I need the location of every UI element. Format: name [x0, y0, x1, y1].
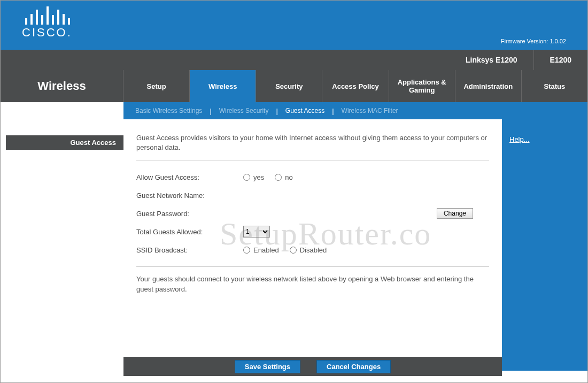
- row-allow-guest-access: Allow Guest Access: yes no: [136, 168, 489, 186]
- row-total-guests: Total Guests Allowed: 1: [136, 223, 489, 241]
- allow-no-label: no: [285, 173, 292, 181]
- model-bar: Linksys E1200 E1200: [1, 50, 587, 70]
- nav-security[interactable]: Security: [256, 70, 322, 102]
- change-button-wrap: Change: [329, 208, 489, 219]
- center-column: Guest Access provides visitors to your h…: [123, 119, 502, 371]
- right-column: Help...: [502, 119, 587, 371]
- subnav-wireless-security[interactable]: Wireless Security: [213, 107, 275, 114]
- help-link[interactable]: Help...: [509, 135, 530, 143]
- brand-text: CISCO.: [22, 26, 72, 40]
- app-window: CISCO. Firmware Version: 1.0.02 Linksys …: [0, 0, 588, 383]
- allow-guest-radio-group: yes no: [243, 173, 293, 181]
- ssid-enabled-label: Enabled: [253, 246, 279, 254]
- change-button[interactable]: Change: [437, 208, 473, 219]
- brand-logo: CISCO.: [22, 6, 72, 40]
- ssid-disabled-label: Disabled: [300, 246, 327, 254]
- total-guests-label: Total Guests Allowed:: [136, 228, 243, 236]
- ssid-enabled-radio[interactable]: [243, 247, 250, 254]
- ssid-broadcast-label: SSID Broadcast:: [136, 246, 243, 254]
- subnav-sep: |: [331, 107, 335, 115]
- allow-no-radio[interactable]: [275, 174, 282, 181]
- subnav-row: Basic Wireless Settings | Wireless Secur…: [1, 102, 587, 119]
- nav-status[interactable]: Status: [522, 70, 587, 102]
- allow-yes-option[interactable]: yes: [243, 173, 264, 181]
- subnav-sep: |: [275, 107, 278, 115]
- ssid-radio-group: Enabled Disabled: [243, 246, 327, 254]
- nav-applications-gaming[interactable]: Applications & Gaming: [389, 70, 455, 102]
- firmware-version: Firmware Version: 1.0.02: [501, 38, 577, 50]
- divider: [136, 266, 489, 267]
- nav-administration[interactable]: Administration: [455, 70, 522, 102]
- subnav-basic-wireless[interactable]: Basic Wireless Settings: [129, 107, 208, 114]
- nav-row: Wireless Setup Wireless Security Access …: [1, 70, 587, 102]
- row-guest-password: Guest Password: Change: [136, 204, 489, 223]
- section-label: Guest Access: [6, 135, 123, 150]
- subnav-spacer: [1, 102, 123, 119]
- total-guests-select[interactable]: 1: [243, 226, 270, 238]
- row-ssid-broadcast: SSID Broadcast: Enabled Disabled: [136, 241, 489, 259]
- divider: [136, 160, 489, 160]
- nav-wireless[interactable]: Wireless: [190, 70, 256, 102]
- allow-yes-radio[interactable]: [243, 174, 250, 181]
- row-guest-network-name: Guest Network Name:: [136, 186, 489, 204]
- header: CISCO. Firmware Version: 1.0.02: [1, 1, 587, 50]
- footer-bar: Save Settings Cancel Changes: [123, 357, 502, 376]
- nav-access-policy[interactable]: Access Policy: [322, 70, 389, 102]
- content-row: Guest Access Guest Access provides visit…: [1, 119, 587, 371]
- outro-text: Your guests should connect to your wirel…: [136, 274, 489, 294]
- allow-yes-label: yes: [253, 173, 264, 181]
- nav-setup[interactable]: Setup: [123, 70, 190, 102]
- main-nav: Setup Wireless Security Access Policy Ap…: [123, 70, 587, 102]
- subnav: Basic Wireless Settings | Wireless Secur…: [123, 102, 587, 119]
- subnav-sep: |: [208, 107, 212, 115]
- allow-guest-access-label: Allow Guest Access:: [136, 173, 243, 181]
- left-column: Guest Access: [1, 119, 123, 371]
- model-code: E1200: [533, 50, 587, 70]
- model-name: Linksys E1200: [450, 56, 533, 64]
- subnav-guest-access[interactable]: Guest Access: [279, 107, 331, 114]
- save-settings-button[interactable]: Save Settings: [235, 360, 300, 373]
- subnav-wireless-mac-filter[interactable]: Wireless MAC Filter: [335, 107, 405, 114]
- cisco-bars-icon: [25, 6, 72, 25]
- cancel-changes-button[interactable]: Cancel Changes: [316, 360, 391, 373]
- ssid-disabled-option[interactable]: Disabled: [290, 246, 327, 254]
- guest-password-label: Guest Password:: [136, 210, 243, 218]
- allow-no-option[interactable]: no: [275, 173, 292, 181]
- page-title: Wireless: [1, 70, 123, 102]
- guest-network-name-label: Guest Network Name:: [136, 192, 243, 200]
- ssid-disabled-radio[interactable]: [290, 247, 297, 254]
- ssid-enabled-option[interactable]: Enabled: [243, 246, 279, 254]
- intro-text: Guest Access provides visitors to your h…: [136, 133, 489, 152]
